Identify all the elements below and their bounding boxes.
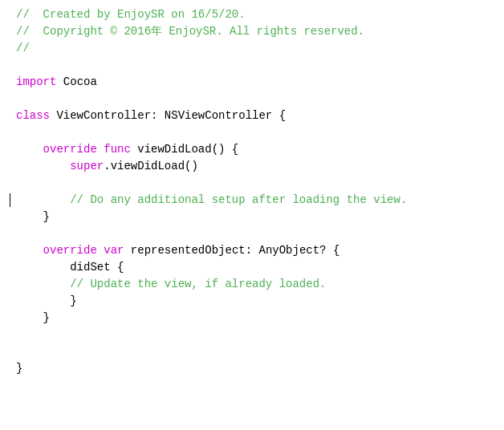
code-segment: super (70, 158, 104, 175)
code-line: // Do any additional setup after loading… (0, 192, 504, 209)
code-segment: } (16, 310, 50, 327)
code-line: // (0, 40, 504, 57)
code-line: } (0, 360, 504, 377)
code-line: } (0, 209, 504, 225)
code-segment (16, 158, 70, 175)
code-line: super.viewDidLoad() (0, 158, 504, 175)
code-editor[interactable]: // Created by EnjoySR on 16/5/20.// Copy… (0, 0, 504, 430)
code-line: // Created by EnjoySR on 16/5/20. (0, 6, 504, 23)
code-segment: func (104, 141, 131, 158)
code-line: class ViewController: NSViewController { (0, 108, 504, 124)
code-segment (16, 276, 70, 293)
code-segment (97, 141, 104, 158)
code-line: } (0, 310, 504, 327)
code-segment: // Do any additional setup after loading… (70, 192, 407, 209)
code-segment: override (16, 242, 97, 259)
code-segment: Cocoa (56, 74, 96, 91)
code-line: } (0, 293, 504, 310)
code-segment: } (16, 360, 22, 377)
code-line (0, 124, 504, 141)
code-segment: // Created by EnjoySR on 16/5/20. (16, 6, 246, 23)
code-line: didSet { (0, 259, 504, 276)
code-segment: import (16, 74, 56, 91)
code-line: override func viewDidLoad() { (0, 141, 504, 158)
code-line: override var representedObject: AnyObjec… (0, 242, 504, 259)
code-segment (97, 242, 104, 259)
code-segment: representedObject: AnyObject? { (124, 242, 339, 259)
code-line: // Copyright © 2016年 EnjoySR. All rights… (0, 23, 504, 40)
code-line: import Cocoa (0, 74, 504, 91)
code-line (0, 175, 504, 192)
code-segment: override (16, 141, 97, 158)
code-line (0, 225, 504, 242)
code-line (0, 327, 504, 343)
code-segment (16, 192, 70, 209)
code-line (0, 91, 504, 108)
code-segment: didSet { (16, 259, 124, 276)
code-segment: } (16, 209, 50, 225)
code-segment: // (16, 40, 30, 57)
code-line (0, 57, 504, 74)
code-line (0, 343, 504, 360)
code-segment: .viewDidLoad() (104, 158, 198, 175)
code-segment: var (104, 242, 124, 259)
code-segment: ViewController: NSViewController { (50, 108, 286, 124)
code-segment: viewDidLoad() { (131, 141, 238, 158)
code-line: // Update the view, if already loaded. (0, 276, 504, 293)
code-segment: // Copyright © 2016年 EnjoySR. All rights… (16, 23, 364, 40)
code-segment: } (16, 293, 77, 310)
code-segment: class (16, 108, 50, 124)
code-segment: // Update the view, if already loaded. (70, 276, 326, 293)
